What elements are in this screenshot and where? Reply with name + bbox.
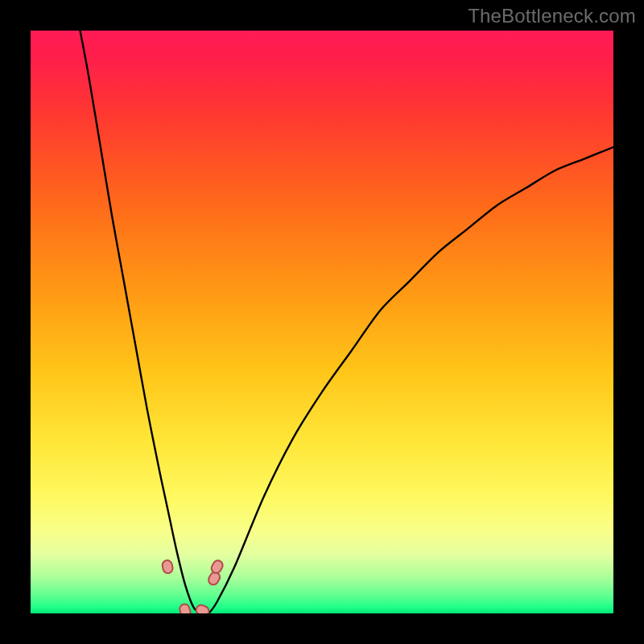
gradient-background	[31, 31, 613, 613]
bottleneck-chart	[31, 31, 613, 613]
chart-frame: TheBottleneck.com	[0, 0, 644, 644]
plot-area	[31, 31, 613, 613]
watermark-text: TheBottleneck.com	[468, 5, 636, 27]
